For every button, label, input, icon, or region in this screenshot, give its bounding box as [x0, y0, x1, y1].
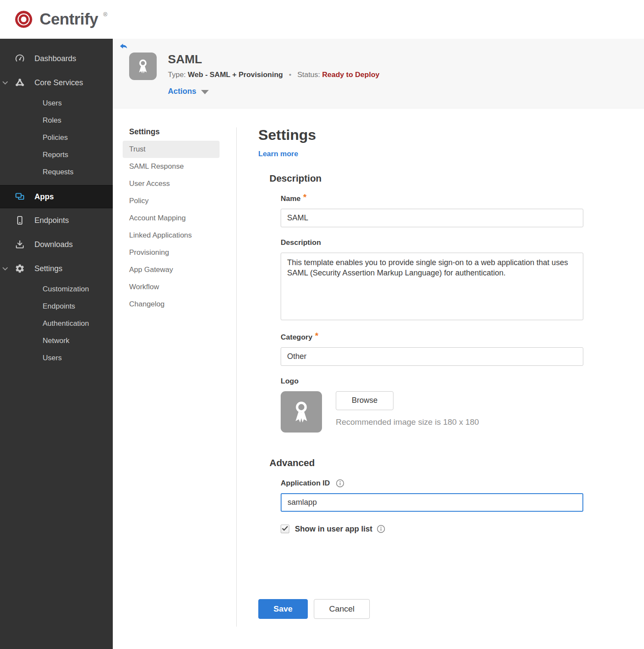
sidebar-item-users-settings[interactable]: Users: [0, 349, 113, 367]
actions-menu[interactable]: Actions: [168, 87, 209, 96]
actions-label: Actions: [168, 87, 196, 96]
chevron-down-icon[interactable]: [2, 79, 9, 86]
chevron-down-icon[interactable]: [2, 265, 9, 272]
description-section-title: Description: [269, 173, 584, 184]
form-footer: Save Cancel: [258, 599, 584, 619]
settings-form: Settings Learn more Description Name *: [237, 127, 584, 649]
name-field-group: Name *: [281, 195, 583, 227]
save-button[interactable]: Save: [258, 599, 308, 619]
top-bar: Centrify ®: [0, 0, 644, 39]
advanced-section: Advanced Application ID: [258, 457, 584, 534]
app-logo-preview: [281, 391, 322, 433]
learn-more-link[interactable]: Learn more: [258, 150, 298, 158]
application-id-field-group: Application ID: [281, 479, 583, 512]
application-id-label: Application ID: [281, 479, 330, 488]
sidebar-item-requests[interactable]: Requests: [0, 164, 113, 181]
info-icon[interactable]: [336, 479, 344, 488]
subnav-item-app-gateway[interactable]: App Gateway: [113, 261, 236, 278]
status-label: Status:: [297, 71, 320, 79]
caret-down-icon: [201, 90, 209, 94]
cancel-button[interactable]: Cancel: [314, 599, 370, 619]
subnav-item-account-mapping[interactable]: Account Mapping: [113, 210, 236, 227]
download-icon: [15, 239, 25, 250]
sidebar-item-authentication[interactable]: Authentication: [0, 315, 113, 332]
centrify-logo-icon: [12, 8, 35, 31]
registered-mark: ®: [103, 11, 108, 18]
endpoints-phone-icon: [15, 215, 25, 226]
subnav-item-linked-applications[interactable]: Linked Applications: [113, 227, 236, 244]
sidebar-item-policies[interactable]: Policies: [0, 129, 113, 146]
sidebar-item-endpoints-settings[interactable]: Endpoints: [0, 298, 113, 315]
sidebar-item-settings[interactable]: Settings: [0, 257, 113, 281]
application-id-input[interactable]: [281, 493, 583, 512]
sidebar-item-reports[interactable]: Reports: [0, 146, 113, 164]
category-input[interactable]: [281, 347, 583, 366]
sidebar-item-endpoints[interactable]: Endpoints: [0, 208, 113, 232]
type-label: Type:: [168, 71, 186, 79]
type-value: Web - SAML + Provisioning: [188, 71, 283, 79]
show-in-user-app-list-row: Show in user app list: [281, 525, 583, 534]
sidebar-item-users[interactable]: Users: [0, 95, 113, 112]
app-meta: Type: Web - SAML + Provisioning • Status…: [168, 71, 379, 79]
info-icon[interactable]: [377, 525, 385, 533]
show-in-user-app-list-checkbox[interactable]: [281, 525, 289, 533]
sidebar-item-roles[interactable]: Roles: [0, 112, 113, 129]
name-input[interactable]: [281, 209, 583, 227]
app-logo: [129, 53, 157, 80]
back-arrow-icon: [118, 42, 129, 51]
checkmark-icon: [282, 526, 288, 531]
sidebar-item-downloads[interactable]: Downloads: [0, 232, 113, 257]
status-badge: Ready to Deploy: [322, 71, 379, 79]
name-label: Name: [281, 195, 300, 203]
sidebar-item-dashboards[interactable]: Dashboards: [0, 46, 113, 71]
subnav-item-trust[interactable]: Trust: [123, 141, 220, 158]
brand-name: Centrify: [40, 10, 98, 28]
subnav-item-provisioning[interactable]: Provisioning: [113, 244, 236, 261]
ribbon-award-icon: [287, 398, 316, 426]
required-asterisk: *: [303, 192, 307, 202]
sidebar-item-network[interactable]: Network: [0, 332, 113, 349]
settings-heading: Settings: [258, 127, 584, 143]
logo-label: Logo: [281, 377, 299, 386]
category-label: Category: [281, 333, 313, 342]
subnav-item-changelog[interactable]: Changelog: [113, 296, 236, 313]
subnav-item-user-access[interactable]: User Access: [113, 175, 236, 192]
logo-size-hint: Recommended image size is 180 x 180: [336, 417, 479, 427]
sidebar-item-apps[interactable]: Apps: [0, 185, 113, 208]
logo-field-group: Logo: [281, 377, 583, 433]
ribbon-award-icon: [133, 57, 152, 76]
sidebar-item-customization[interactable]: Customization: [0, 281, 113, 298]
category-field-group: Category *: [281, 333, 583, 366]
description-textarea[interactable]: This template enables you to provide sin…: [281, 253, 583, 320]
apps-windows-icon: [15, 192, 25, 202]
required-asterisk: *: [315, 331, 319, 341]
advanced-section-title: Advanced: [269, 457, 584, 469]
settings-subnav: Settings Trust SAML Response User Access…: [113, 127, 237, 627]
dashboard-gauge-icon: [15, 53, 25, 64]
meta-separator: •: [289, 71, 291, 79]
core-services-icon: [15, 77, 25, 88]
description-label: Description: [281, 238, 321, 247]
description-section: Description Name * Description: [258, 173, 584, 433]
subnav-item-policy[interactable]: Policy: [113, 192, 236, 210]
sidebar: Dashboards Core Services Users Roles Pol…: [0, 39, 113, 649]
description-field-group: Description This template enables you to…: [281, 238, 583, 322]
subnav-item-saml-response[interactable]: SAML Response: [113, 158, 236, 175]
page-title: SAML: [168, 53, 379, 66]
page-header: SAML Type: Web - SAML + Provisioning • S…: [113, 39, 644, 108]
settings-gear-icon: [15, 263, 25, 274]
sidebar-item-core-services[interactable]: Core Services: [0, 71, 113, 95]
show-in-user-app-list-label: Show in user app list: [295, 525, 372, 534]
subnav-item-workflow[interactable]: Workflow: [113, 278, 236, 296]
centrify-logo: Centrify ®: [12, 8, 107, 31]
browse-button[interactable]: Browse: [336, 391, 393, 410]
subnav-heading: Settings: [113, 127, 236, 136]
back-button[interactable]: [118, 42, 129, 52]
